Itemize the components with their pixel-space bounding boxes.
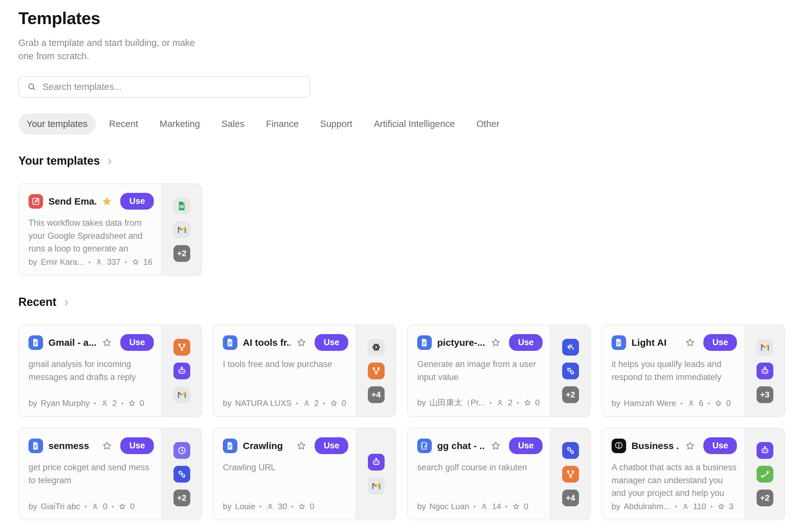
favorite-star-icon[interactable]	[490, 337, 501, 348]
use-button[interactable]: Use	[120, 193, 154, 210]
favorite-star-icon[interactable]	[685, 440, 695, 451]
meta-separator: •	[472, 502, 477, 511]
users-icon	[496, 398, 504, 407]
section-header-link[interactable]: Recent	[18, 296, 70, 309]
stars-icon	[297, 502, 306, 511]
meta-separator: •	[124, 258, 128, 266]
author-by-label: by	[612, 501, 620, 511]
more-nodes-badge: +2	[173, 490, 190, 506]
tab-artificial-intelligence[interactable]: Artificial Intelligence	[366, 113, 463, 135]
meta-separator: •	[88, 258, 92, 266]
card-header: Light AI Use	[612, 334, 737, 351]
use-button[interactable]: Use	[120, 437, 154, 454]
robot-icon	[173, 363, 190, 379]
users-icon	[302, 399, 311, 407]
sections-container: Your templates Send Ema... Use This work…	[18, 154, 786, 520]
favorite-star-icon[interactable]	[102, 337, 112, 348]
author-name: Emir Kara...	[40, 257, 84, 267]
integrations-rail: +2	[161, 429, 201, 520]
users-count: 14	[492, 501, 501, 511]
stars-count: 0	[310, 501, 314, 511]
template-card[interactable]: pictyure-... Use Generate an image from …	[407, 325, 591, 417]
use-button[interactable]: Use	[120, 334, 154, 351]
favorite-star-icon[interactable]	[685, 337, 695, 348]
card-header: Send Ema... Use	[28, 193, 154, 210]
card-main: pictyure-... Use Generate an image from …	[408, 325, 550, 416]
search-input[interactable]	[42, 81, 302, 93]
card-description: gmail analysis for incoming messages and…	[28, 358, 154, 398]
use-button[interactable]: Use	[315, 437, 348, 454]
tab-your-templates[interactable]: Your templates	[18, 113, 96, 135]
meta-separator: •	[680, 399, 683, 407]
author-by-label: by	[223, 398, 231, 408]
template-card[interactable]: senmess Use get price cokget and send me…	[18, 428, 202, 520]
tab-support[interactable]: Support	[312, 113, 361, 135]
search-box[interactable]	[18, 76, 310, 97]
plug-icon	[173, 466, 190, 482]
chevron-right-icon	[105, 157, 114, 166]
users-icon	[95, 258, 103, 266]
card-main: Gmail - a... Use gmail analysis for inco…	[19, 325, 161, 416]
card-header: Gmail - a... Use	[28, 334, 154, 351]
use-button[interactable]: Use	[315, 334, 348, 351]
card-description: I tools free and low purchase	[223, 358, 348, 398]
merge-icon	[173, 339, 190, 356]
use-button[interactable]: Use	[703, 437, 737, 454]
doc-icon	[28, 335, 43, 350]
template-card[interactable]: Gmail - a... Use gmail analysis for inco…	[18, 325, 202, 417]
card-main: senmess Use get price cokget and send me…	[19, 429, 161, 520]
integrations-rail: +4	[356, 325, 396, 416]
favorite-star-icon[interactable]	[490, 440, 501, 451]
tab-finance[interactable]: Finance	[258, 113, 307, 135]
meta-separator: •	[120, 399, 124, 407]
page-title: Templates	[18, 8, 786, 28]
notebook-icon	[417, 439, 432, 453]
meta-separator: •	[505, 502, 508, 511]
template-card[interactable]: Crawling Use Crawling URL by Louie • 30 …	[213, 428, 396, 520]
card-description: This workflow takes data from your Googl…	[28, 216, 154, 257]
meta-separator: •	[111, 502, 115, 511]
section-header-link[interactable]: Your templates	[18, 154, 114, 168]
favorite-star-icon[interactable]	[296, 440, 307, 451]
search-icon	[26, 82, 37, 92]
more-nodes-badge: +2	[756, 490, 773, 506]
favorite-star-icon[interactable]	[102, 196, 112, 207]
card-header: Business ... Use	[612, 437, 737, 454]
users-count: 337	[107, 257, 120, 267]
doc-icon	[612, 335, 626, 350]
tab-marketing[interactable]: Marketing	[151, 113, 208, 135]
card-main: AI tools fr... Use I tools free and low …	[213, 325, 356, 416]
meta-separator: •	[93, 399, 97, 407]
author-by-label: by	[223, 501, 231, 511]
author-name: GiaiTri abc	[40, 501, 80, 511]
meta-separator: •	[322, 399, 326, 407]
users-count: 2	[112, 398, 117, 408]
clock-icon	[173, 442, 190, 459]
template-card[interactable]: Light AI Use it helps you qualify leads …	[601, 325, 785, 417]
tab-recent[interactable]: Recent	[101, 113, 146, 135]
template-card[interactable]: AI tools fr... Use I tools free and low …	[213, 325, 396, 417]
favorite-star-icon[interactable]	[296, 337, 307, 348]
more-nodes-badge: +4	[562, 490, 579, 506]
tab-sales[interactable]: Sales	[213, 113, 253, 135]
integrations-rail: +3	[745, 325, 785, 416]
use-button[interactable]: Use	[509, 437, 543, 454]
users-count: 2	[314, 398, 319, 408]
template-card[interactable]: gg chat - ... Use search golf course in …	[407, 428, 591, 520]
card-header: Crawling Use	[223, 437, 348, 454]
template-card[interactable]: Send Ema... Use This workflow takes data…	[18, 183, 202, 276]
stars-count: 0	[535, 398, 540, 407]
author-name: Hamzah Were	[624, 398, 676, 408]
use-button[interactable]: Use	[703, 334, 737, 351]
more-nodes-badge: +3	[756, 386, 773, 403]
author-by-label: by	[612, 398, 620, 408]
author-by-label: by	[417, 501, 426, 511]
stars-icon	[714, 399, 723, 407]
stars-count: 16	[143, 257, 153, 267]
template-card[interactable]: Business ... Use A chatbot that acts as …	[601, 428, 785, 520]
favorite-star-icon[interactable]	[102, 440, 112, 451]
tab-other[interactable]: Other	[468, 113, 508, 135]
use-button[interactable]: Use	[509, 334, 543, 351]
author-name: Ngoc Luan	[429, 501, 469, 511]
stars-icon	[131, 258, 140, 266]
